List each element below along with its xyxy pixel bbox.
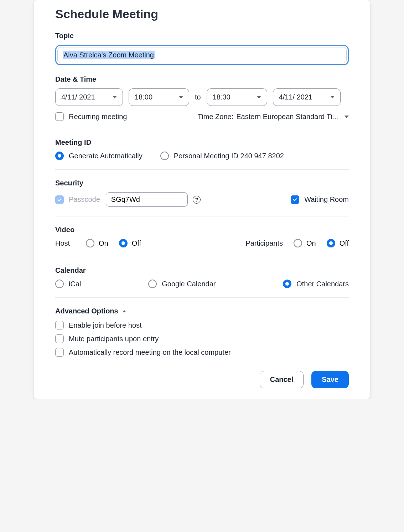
radio-icon [160, 152, 169, 160]
security-row: Passcode ? Waiting Room [55, 192, 349, 207]
radio-selected-icon [55, 152, 64, 160]
calendar-other-option[interactable]: Other Calendars [283, 280, 349, 288]
passcode-checkbox[interactable] [55, 195, 64, 204]
calendar-row: iCal Google Calendar Other Calendars [55, 280, 349, 288]
video-label: Video [55, 226, 349, 234]
advanced-options-label: Advanced Options [55, 307, 118, 315]
radio-selected-icon [283, 280, 291, 288]
waiting-room-group[interactable]: Waiting Room [291, 195, 349, 204]
topic-label: Topic [55, 32, 349, 40]
video-participants-on-option[interactable]: On [294, 239, 316, 247]
check-icon [292, 197, 297, 202]
dialog-footer: Cancel Save [55, 371, 349, 388]
start-date-value: 4/11/ 2021 [61, 93, 95, 101]
divider [55, 169, 349, 170]
on-label: On [306, 239, 316, 247]
advanced-option-label: Mute participants upon entry [69, 335, 159, 343]
waiting-room-checkbox[interactable] [291, 195, 299, 204]
recurring-checkbox-group[interactable]: Recurring meeting [55, 112, 127, 121]
video-participants-off-option[interactable]: Off [327, 239, 349, 247]
datetime-label: Date & Time [55, 75, 349, 83]
chevron-up-icon [123, 310, 126, 312]
passcode-label: Passcode [69, 195, 100, 204]
chevron-down-icon [345, 116, 349, 118]
checkbox[interactable] [55, 348, 64, 357]
checkbox[interactable] [55, 334, 64, 343]
chevron-down-icon [113, 96, 117, 98]
meeting-id-radio-group: Generate Automatically Personal Meeting … [55, 152, 349, 160]
calendar-google-label: Google Calendar [162, 280, 216, 288]
end-time-dropdown[interactable]: 18:30 [207, 88, 267, 106]
datetime-row: 4/11/ 2021 18:00 to 18:30 4/11/ 2021 [55, 88, 349, 106]
check-icon [57, 197, 62, 202]
video-host-on-option[interactable]: On [86, 239, 108, 247]
passcode-input[interactable] [106, 192, 188, 207]
radio-selected-icon [327, 239, 335, 247]
start-time-dropdown[interactable]: 18:00 [129, 88, 189, 106]
meeting-id-personal-option[interactable]: Personal Meeting ID 240 947 8202 [160, 152, 284, 160]
divider [55, 297, 349, 298]
advanced-options-toggle[interactable]: Advanced Options [55, 307, 349, 315]
meeting-id-personal-label: Personal Meeting ID 240 947 8202 [174, 152, 284, 160]
radio-icon [86, 239, 94, 247]
calendar-ical-label: iCal [69, 280, 81, 288]
recurring-row: Recurring meeting Time Zone: Eastern Eur… [55, 112, 349, 121]
timezone-label: Time Zone: [198, 113, 233, 121]
security-label: Security [55, 179, 349, 187]
calendar-label: Calendar [55, 266, 349, 275]
recurring-label: Recurring meeting [69, 113, 127, 121]
radio-icon [294, 239, 302, 247]
schedule-meeting-dialog: Schedule Meeting Topic Aiva Strelca's Zo… [34, 0, 370, 399]
on-label: On [99, 239, 108, 247]
off-label: Off [132, 239, 141, 247]
recurring-checkbox[interactable] [55, 112, 64, 121]
video-host-off-option[interactable]: Off [119, 239, 141, 247]
help-icon[interactable]: ? [193, 196, 201, 204]
radio-icon [148, 280, 157, 288]
advanced-option-mute-on-entry[interactable]: Mute participants upon entry [55, 334, 349, 343]
chevron-down-icon [179, 96, 183, 98]
video-host-label: Host [55, 239, 75, 247]
radio-icon [55, 280, 64, 288]
advanced-option-auto-record[interactable]: Automatically record meeting on the loca… [55, 348, 349, 357]
chevron-down-icon [257, 96, 261, 98]
divider [55, 129, 349, 129]
end-date-value: 4/11/ 2021 [279, 93, 313, 101]
checkbox[interactable] [55, 321, 64, 329]
dialog-title: Schedule Meeting [55, 7, 349, 21]
chevron-down-icon [330, 96, 335, 98]
start-time-value: 18:00 [135, 93, 152, 101]
divider [55, 257, 349, 257]
timezone-value: Eastern European Standard Ti... [236, 113, 338, 121]
topic-input-value: Aiva Strelca's Zoom Meeting [63, 51, 155, 59]
off-label: Off [340, 239, 349, 247]
advanced-option-join-before-host[interactable]: Enable join before host [55, 321, 349, 329]
meeting-id-generate-option[interactable]: Generate Automatically [55, 152, 143, 160]
cancel-button[interactable]: Cancel [260, 371, 304, 388]
advanced-option-label: Enable join before host [69, 321, 142, 329]
to-label: to [195, 93, 201, 101]
topic-input[interactable]: Aiva Strelca's Zoom Meeting [57, 47, 347, 63]
waiting-room-label: Waiting Room [304, 195, 349, 204]
topic-input-focus-ring: Aiva Strelca's Zoom Meeting [55, 45, 349, 65]
meeting-id-label: Meeting ID [55, 138, 349, 147]
save-button[interactable]: Save [311, 371, 349, 388]
divider [55, 216, 349, 216]
timezone-dropdown[interactable]: Time Zone: Eastern European Standard Ti.… [198, 113, 349, 121]
video-row: Host On Off Participants On Off [55, 239, 349, 247]
meeting-id-generate-label: Generate Automatically [69, 152, 143, 160]
calendar-other-label: Other Calendars [296, 280, 349, 288]
calendar-google-option[interactable]: Google Calendar [148, 280, 216, 288]
video-participants-label: Participants [246, 239, 283, 247]
passcode-group: Passcode ? [55, 192, 201, 207]
calendar-ical-option[interactable]: iCal [55, 280, 81, 288]
start-date-dropdown[interactable]: 4/11/ 2021 [55, 88, 123, 106]
end-time-value: 18:30 [213, 93, 231, 101]
end-date-dropdown[interactable]: 4/11/ 2021 [273, 88, 341, 106]
radio-selected-icon [119, 239, 128, 247]
advanced-option-label: Automatically record meeting on the loca… [69, 348, 231, 357]
